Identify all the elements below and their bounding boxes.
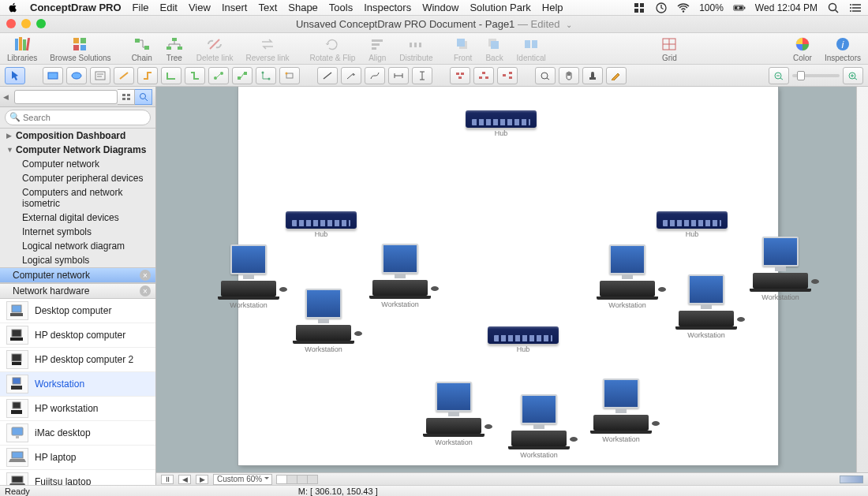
toolbar-align-button[interactable]: Align (365, 35, 389, 62)
zoom-in-button[interactable] (843, 67, 863, 84)
curve-tool-button[interactable] (365, 67, 385, 84)
tree-child-peripheral[interactable]: Computer peripheral devices (0, 171, 155, 185)
sidebar-grid-view-button[interactable] (118, 89, 135, 105)
tree-child-computer-network[interactable]: Computer network (0, 157, 155, 171)
menu-text[interactable]: Text (258, 2, 277, 13)
menu-shape[interactable]: Shape (288, 2, 318, 13)
drawing-page[interactable]: HubHubHubHubWorkstationWorkstationWorkst… (238, 87, 778, 465)
open-library-network-hardware[interactable]: Network hardware × (0, 283, 155, 299)
canvas-hub[interactable]: Hub (286, 211, 357, 238)
layout2-button[interactable] (473, 67, 494, 84)
sidebar-collapse-icon[interactable]: ◀ (3, 93, 14, 101)
select-tool-button[interactable] (5, 67, 25, 84)
tree-child-logical-network[interactable]: Logical network diagram (0, 239, 155, 253)
toolbar-back-button[interactable]: Back (483, 35, 507, 62)
canvas-workstation[interactable]: Workstation (420, 382, 488, 446)
menu-window[interactable]: Window (422, 2, 458, 13)
connector1-button[interactable] (114, 67, 134, 84)
window-minimize-button[interactable] (21, 19, 31, 28)
hand-tool-button[interactable] (559, 67, 579, 84)
connector5-button[interactable] (208, 67, 229, 84)
tree-composition-dashboard[interactable]: ▶Composition Dashboard (0, 129, 155, 143)
lib-item-imac[interactable]: iMac desktop (0, 421, 155, 446)
sidebar-search-input[interactable] (5, 110, 151, 125)
menu-insert[interactable]: Insert (222, 2, 248, 13)
canvas-workstation[interactable]: Workstation (290, 289, 357, 353)
arrow-tool-button[interactable] (341, 67, 361, 84)
ellipse-tool-button[interactable] (66, 67, 87, 84)
line-tool-button[interactable] (317, 67, 338, 84)
zoom-combo[interactable]: Custom 60% (213, 474, 272, 485)
clock-icon[interactable] (655, 2, 668, 14)
zoom-slider[interactable] (792, 74, 840, 77)
zoom-tool-button[interactable] (535, 67, 556, 84)
toolbar-color-button[interactable]: Color (791, 35, 814, 62)
connector4-button[interactable] (185, 67, 205, 84)
tree-computer-network-diagrams[interactable]: ▼Computer Network Diagrams (0, 143, 155, 157)
lib-item-hp-laptop[interactable]: HP laptop (0, 446, 155, 470)
canvas-workstation[interactable]: Workstation (746, 237, 814, 301)
toolbar-tree-button[interactable]: Tree (163, 35, 186, 62)
lib-item-desktop-computer[interactable]: Desktop computer (0, 299, 155, 323)
layout3-button[interactable] (497, 67, 518, 84)
vertical-scrollbar[interactable] (856, 87, 868, 472)
connector6-button[interactable] (232, 67, 253, 84)
menu-help[interactable]: Help (542, 2, 563, 13)
layout1-button[interactable] (450, 67, 470, 84)
toolbar-distribute-button[interactable]: Distribute (397, 35, 435, 62)
canvas-workstation[interactable]: Workstation (587, 379, 655, 443)
tree-child-external-digital[interactable]: External digital devices (0, 211, 155, 225)
zoom-out-button[interactable] (769, 67, 789, 84)
canvas-workstation[interactable]: Workstation (366, 244, 434, 308)
lib-item-hp-desktop2[interactable]: HP desktop computer 2 (0, 348, 155, 372)
tree-child-logical-symbols[interactable]: Logical symbols (0, 253, 155, 267)
spotlight-search-icon[interactable] (827, 2, 840, 14)
lib-item-hp-desktop[interactable]: HP desktop computer (0, 323, 155, 348)
canvas-viewport[interactable]: HubHubHubHubWorkstationWorkstationWorkst… (156, 87, 856, 472)
page-next-button[interactable]: ▶ (196, 475, 208, 484)
page-prev-button[interactable]: ◀ (178, 475, 191, 484)
apple-logo-icon[interactable] (6, 2, 19, 14)
canvas-workstation[interactable]: Workstation (672, 274, 740, 339)
menubar-clock[interactable]: Wed 12:04 PM (755, 2, 817, 13)
canvas-workstation[interactable]: Workstation (593, 244, 661, 309)
pencil-tool-button[interactable] (606, 67, 627, 84)
dashboard-icon[interactable] (633, 2, 645, 14)
tree-child-internet-symbols[interactable]: Internet symbols (0, 225, 155, 239)
menu-inspectors[interactable]: Inspectors (364, 2, 411, 13)
dimension-h-button[interactable] (388, 67, 409, 84)
rect-tool-button[interactable] (43, 67, 63, 84)
menu-view[interactable]: View (189, 2, 211, 13)
lib-item-fujitsu-laptop[interactable]: Fujitsu laptop (0, 470, 155, 485)
menu-tools[interactable]: Tools (329, 2, 353, 13)
connector2-button[interactable] (137, 67, 158, 84)
connector3-button[interactable] (161, 67, 181, 84)
window-maximize-button[interactable] (36, 19, 46, 28)
close-library-nh-button[interactable]: × (140, 285, 151, 296)
toolbar-chain-button[interactable]: Chain (129, 35, 155, 62)
toolbar-inspectors-button[interactable]: i Inspectors (822, 35, 863, 62)
toolbar-reverse-link-button[interactable]: Reverse link (243, 35, 291, 62)
close-library-cn-button[interactable]: × (140, 270, 151, 281)
menu-list-icon[interactable] (849, 2, 862, 14)
wifi-icon[interactable] (677, 2, 690, 14)
canvas-workstation[interactable]: Workstation (215, 244, 282, 309)
open-library-computer-network[interactable]: Computer network × (0, 267, 155, 283)
dimension-v-button[interactable] (412, 67, 432, 84)
menu-edit[interactable]: Edit (160, 2, 178, 13)
canvas-hub[interactable]: Hub (657, 211, 728, 238)
canvas-hub[interactable]: Hub (488, 326, 559, 353)
snap-button[interactable] (279, 67, 300, 84)
page-tabs[interactable] (277, 475, 318, 484)
app-name[interactable]: ConceptDraw PRO (30, 2, 122, 13)
stamp-tool-button[interactable] (582, 67, 603, 84)
toolbar-rotate-flip-button[interactable]: Rotate & Flip (308, 35, 358, 62)
menu-file[interactable]: File (133, 2, 149, 13)
canvas-hub[interactable]: Hub (466, 110, 537, 137)
sidebar-dropdown[interactable] (14, 90, 118, 104)
title-dropdown-icon[interactable]: ⌄ (566, 21, 572, 29)
window-close-button[interactable] (6, 19, 16, 28)
connector7-button[interactable] (256, 67, 276, 84)
bottom-right-widget[interactable] (840, 475, 863, 483)
toolbar-identical-button[interactable]: Identical (514, 35, 548, 62)
